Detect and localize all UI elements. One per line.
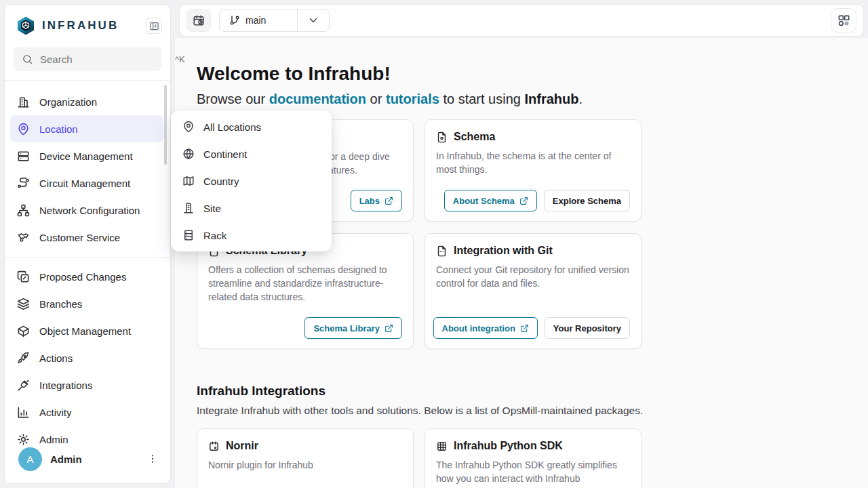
menu-item-site[interactable]: Site xyxy=(171,195,332,222)
sidebar: INFRAHUB ^K Organization Location xyxy=(4,4,171,484)
map-icon xyxy=(182,175,195,187)
search-input[interactable] xyxy=(40,54,175,65)
sidebar-item-circuit-management[interactable]: Circuit Management xyxy=(10,169,163,197)
building-icon xyxy=(17,96,30,108)
card-title: Infrahub Python SDK xyxy=(454,440,563,452)
time-travel-button[interactable] xyxy=(186,9,211,32)
panel-collapse-icon xyxy=(149,21,159,31)
sidebar-item-device-management[interactable]: Device Management xyxy=(10,142,163,169)
user-menu[interactable]: A Admin xyxy=(5,444,170,474)
sidebar-item-customer-service[interactable]: Customer Service xyxy=(10,224,163,251)
search-input-box[interactable]: ^K xyxy=(14,47,161,71)
menu-item-label: Rack xyxy=(203,230,226,241)
sidebar-collapse-button[interactable] xyxy=(146,18,162,34)
sidebar-item-integrations[interactable]: Integrations xyxy=(10,371,163,399)
object-nav: Organization Location Device Management … xyxy=(5,81,170,251)
sidebar-item-label: Customer Service xyxy=(39,232,120,243)
sidebar-item-actions[interactable]: Actions xyxy=(10,344,163,371)
welcome-section: Welcome to Infrahub! Browse our document… xyxy=(197,62,583,107)
branch-dropdown-toggle[interactable] xyxy=(298,9,329,31)
welcome-subtitle: Browse our documentation or tutorials to… xyxy=(197,92,583,107)
sidebar-item-branches[interactable]: Branches xyxy=(10,290,163,317)
proposed-changes-icon xyxy=(17,270,30,283)
sidebar-item-network-configuration[interactable]: Network Configuration xyxy=(10,197,163,224)
package-icon xyxy=(208,441,220,452)
tutorials-link[interactable]: tutorials xyxy=(386,92,439,106)
sidebar-item-label: Branches xyxy=(39,298,82,310)
schema-visualizer-button[interactable] xyxy=(831,8,856,33)
menu-item-rack[interactable]: Rack xyxy=(171,222,332,249)
your-repository-button[interactable]: Your Repository xyxy=(545,317,630,339)
sidebar-item-label: Network Configuration xyxy=(39,205,140,216)
sidebar-item-label: Organization xyxy=(39,96,97,108)
menu-item-country[interactable]: Country xyxy=(171,167,332,195)
nav-scrollbar[interactable] xyxy=(164,85,167,165)
map-pin-icon xyxy=(17,123,30,136)
chevron-down-icon xyxy=(307,14,319,26)
layers-icon xyxy=(17,298,30,310)
documentation-link[interactable]: documentation xyxy=(269,92,366,106)
schema-card: Schema In Infrahub, the schema is at the… xyxy=(425,119,642,222)
handshake-icon xyxy=(17,231,30,244)
git-integration-card: Integration with Git Connect your Git re… xyxy=(425,233,642,349)
card-description: Connect your Git repository for unified … xyxy=(436,263,630,290)
schema-library-button[interactable]: Schema Library xyxy=(304,317,402,339)
sidebar-item-object-management[interactable]: Object Management xyxy=(10,317,163,344)
menu-item-continent[interactable]: Continent xyxy=(171,140,332,167)
integrations-title: Infrahub Integrations xyxy=(197,384,643,399)
server-icon xyxy=(17,150,30,163)
menu-item-label: Continent xyxy=(203,148,247,160)
python-sdk-card: Infrahub Python SDK The Infrahub Python … xyxy=(425,428,642,488)
menu-item-all-locations[interactable]: All Locations xyxy=(171,113,332,140)
map-pin-icon xyxy=(182,121,195,133)
sidebar-item-label: Device Management xyxy=(39,150,133,162)
git-branch-icon xyxy=(229,15,240,26)
card-description: Offers a collection of schemas designed … xyxy=(208,263,402,304)
bar-chart-icon xyxy=(17,406,30,419)
search-icon xyxy=(22,54,33,65)
integrations-section-header: Infrahub Integrations Integrate Infrahub… xyxy=(197,384,643,417)
sidebar-item-label: Proposed Changes xyxy=(39,271,126,283)
cube-icon xyxy=(17,325,30,338)
explore-schema-button[interactable]: Explore Schema xyxy=(544,190,630,211)
plug-icon xyxy=(17,379,30,392)
top-bar: main xyxy=(179,4,864,37)
brand-name: INFRAHUB xyxy=(42,19,146,33)
sidebar-item-label: Actions xyxy=(39,352,73,364)
user-name: Admin xyxy=(50,453,144,465)
search-shortcut: ^K xyxy=(175,54,185,64)
sidebar-item-organization[interactable]: Organization xyxy=(10,88,163,115)
kebab-menu-icon[interactable] xyxy=(144,451,161,467)
avatar: A xyxy=(18,447,42,471)
page-title: Welcome to Infrahub! xyxy=(197,62,583,85)
network-icon xyxy=(17,204,30,217)
branch-selector-value[interactable]: main xyxy=(220,9,297,31)
circuit-icon xyxy=(17,177,30,190)
labs-button[interactable]: Labs xyxy=(351,190,402,211)
branch-selector[interactable]: main xyxy=(219,9,330,32)
calendar-clock-icon xyxy=(193,14,205,26)
menu-item-label: Site xyxy=(203,203,221,214)
location-dropdown-menu: All Locations Continent Country Site Rac… xyxy=(171,110,332,251)
sidebar-item-label: Activity xyxy=(39,407,72,418)
external-link-icon xyxy=(519,197,528,205)
labs-card-text-fragment: or a deep dive xyxy=(330,150,390,163)
sidebar-item-label: Object Management xyxy=(39,325,131,337)
sidebar-item-proposed-changes[interactable]: Proposed Changes xyxy=(10,263,163,290)
file-icon xyxy=(436,245,448,257)
card-description: In Infrahub, the schema is at the center… xyxy=(436,149,630,176)
sidebar-item-label: Location xyxy=(39,123,78,135)
file-icon xyxy=(436,131,448,143)
rack-icon xyxy=(182,229,195,241)
external-link-icon xyxy=(384,197,393,205)
sidebar-item-activity[interactable]: Activity xyxy=(10,399,163,426)
globe-icon xyxy=(182,148,195,160)
menu-item-label: Country xyxy=(203,176,239,187)
site-building-icon xyxy=(182,202,195,214)
integrations-subtitle: Integrate Infrahub with other tools and … xyxy=(197,405,643,417)
sidebar-item-location[interactable]: Location xyxy=(10,115,163,142)
about-schema-button[interactable]: About Schema xyxy=(444,190,537,211)
external-link-icon xyxy=(520,324,529,333)
about-integration-button[interactable]: About integration xyxy=(433,317,538,339)
card-description: The Infrahub Python SDK greatly simplifi… xyxy=(436,458,630,488)
